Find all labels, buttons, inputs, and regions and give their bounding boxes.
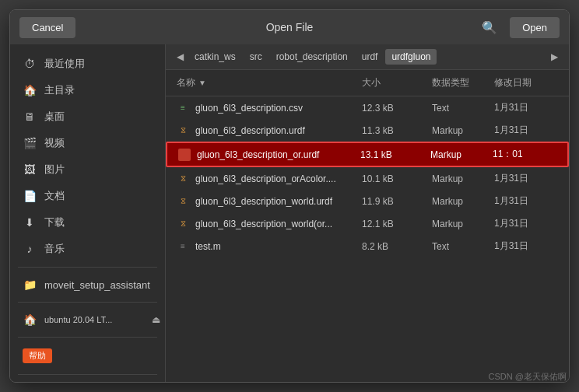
cancel-button[interactable]: Cancel	[19, 17, 75, 38]
sidebar-item-recent[interactable]: ⏱ 最近使用	[10, 51, 165, 77]
open-file-dialog: Cancel Open File 🔍 Open ⏱ 最近使用 🏠 主目录 🖥 桌…	[9, 9, 570, 383]
file-name-cell: ⧖ gluon_6l3_description.urdf	[174, 121, 359, 140]
table-row[interactable]: ⧖ gluon_6l3_description_world(or... 12.1…	[166, 212, 569, 235]
file-type-cell: Markup	[429, 215, 491, 233]
sidebar-divider-4	[18, 374, 157, 375]
sidebar-item-home[interactable]: 🏠 主目录	[10, 77, 165, 103]
file-name-cell: ⧖ gluon_6l3_description_orAcolor....	[174, 170, 359, 188]
titlebar: Cancel Open File 🔍 Open	[10, 10, 569, 44]
sidebar-item-label: 图片	[44, 163, 65, 177]
sidebar-item-pictures[interactable]: 🖼 图片	[10, 156, 165, 183]
breadcrumb-robot-description[interactable]: robot_description	[270, 49, 354, 65]
download-icon: ⬇	[23, 216, 37, 229]
sidebar-item-videos[interactable]: 🎬 视频	[10, 130, 165, 156]
sidebar-item-desktop[interactable]: 🖥 桌面	[10, 103, 165, 130]
file-date-cell: 1月31日	[491, 98, 561, 117]
file-icon: ⧖	[177, 124, 189, 137]
file-list-header: 名称 ▼ 大小 数据类型 修改日期	[166, 70, 569, 96]
file-size-cell: 12.3 kB	[359, 100, 429, 117]
breadcrumb-bar: ◀ catkin_ws src robot_description urdf u…	[166, 44, 569, 70]
file-size-cell: 8.2 kB	[359, 238, 429, 255]
sidebar-item-label: 最近使用	[44, 57, 85, 71]
file-name-cell: ⧖ gluon_6l3_description_world(or...	[174, 215, 359, 233]
recent-icon: ⏱	[23, 58, 37, 70]
breadcrumb-forward[interactable]: ▶	[548, 50, 561, 64]
table-row[interactable]: ≡ gluon_6l3_description.csv 12.3 kB Text…	[166, 96, 569, 119]
desktop-icon: 🖥	[23, 110, 37, 123]
dialog-body: ⏱ 最近使用 🏠 主目录 🖥 桌面 🎬 视频 🖼 图片 📄 文档	[10, 44, 569, 382]
sidebar-divider-2	[18, 302, 157, 303]
file-icon	[178, 149, 191, 161]
file-type-cell: Markup	[429, 193, 491, 210]
document-icon: 📄	[23, 190, 37, 202]
sidebar-item-documents[interactable]: 📄 文档	[10, 183, 165, 209]
col-name[interactable]: 名称 ▼	[174, 73, 359, 93]
file-list: ≡ gluon_6l3_description.csv 12.3 kB Text…	[166, 96, 569, 382]
sidebar-item-other[interactable]: ＋ 其他位置	[10, 380, 165, 382]
breadcrumb-urdf[interactable]: urdf	[356, 49, 384, 65]
sidebar-item-music[interactable]: ♪ 音乐	[10, 236, 165, 262]
file-type-cell: Text	[429, 238, 491, 255]
search-button[interactable]: 🔍	[475, 17, 504, 38]
file-name-cell: gluon_6l3_description_or.urdf	[175, 145, 357, 164]
sidebar: ⏱ 最近使用 🏠 主目录 🖥 桌面 🎬 视频 🖼 图片 📄 文档	[10, 44, 166, 382]
table-row[interactable]: ≡ test.m 8.2 kB Text 1月31日	[166, 235, 569, 257]
file-icon: ≡	[177, 102, 189, 114]
eject-button[interactable]: ⏏	[152, 314, 160, 325]
file-name-cell: ≡ gluon_6l3_description.csv	[174, 99, 359, 117]
file-size-cell: 10.1 kB	[359, 170, 429, 187]
file-date-cell: 1月31日	[491, 121, 561, 140]
sidebar-item-moveit[interactable]: 📁 moveit_setup_assistant	[10, 272, 165, 297]
file-icon: ⧖	[177, 173, 189, 185]
sidebar-item-label: 文档	[44, 189, 65, 203]
breadcrumb-catkin-ws[interactable]: catkin_ws	[188, 49, 242, 65]
file-date-cell: 1月31日	[491, 191, 561, 211]
file-name-cell: ⧖ gluon_6l3_description_world.urdf	[174, 192, 359, 211]
col-type[interactable]: 数据类型	[429, 73, 491, 93]
file-name-cell: ≡ test.m	[174, 237, 359, 256]
col-size[interactable]: 大小	[359, 73, 429, 93]
sidebar-item-downloads[interactable]: ⬇ 下载	[10, 209, 165, 236]
sidebar-item-label: 视频	[44, 136, 65, 150]
open-button[interactable]: Open	[510, 17, 560, 38]
sidebar-item-label: 桌面	[44, 110, 65, 124]
watermark: CSDN @老天保佑啊	[489, 371, 567, 383]
col-date[interactable]: 修改日期	[491, 73, 561, 93]
sort-arrow-icon: ▼	[198, 79, 206, 87]
file-size-cell: 12.1 kB	[359, 215, 429, 233]
file-size-cell: 11.3 kB	[359, 122, 429, 139]
sidebar-item-label: 主目录	[44, 83, 75, 97]
titlebar-left: Cancel	[19, 17, 75, 38]
file-icon: ⧖	[177, 218, 189, 230]
folder-icon: 📁	[23, 278, 37, 291]
sidebar-item-help[interactable]: 帮助	[10, 342, 165, 369]
file-icon: ≡	[177, 240, 189, 253]
file-date-cell: 1月31日	[491, 214, 561, 233]
breadcrumb-back[interactable]: ◀	[174, 50, 187, 64]
file-size-cell: 13.1 kB	[357, 146, 427, 163]
table-row-selected[interactable]: gluon_6l3_description_or.urdf 13.1 kB Ma…	[166, 142, 569, 167]
help-badge: 帮助	[23, 348, 52, 363]
ubuntu-label: ubuntu 20.04 LT...	[44, 315, 112, 324]
sidebar-item-label: moveit_setup_assistant	[44, 279, 150, 291]
video-icon: 🎬	[23, 137, 37, 149]
table-row[interactable]: ⧖ gluon_6l3_description_world.urdf 11.9 …	[166, 190, 569, 212]
file-date-cell: 1月31日	[491, 236, 561, 256]
home-icon: 🏠	[23, 84, 37, 96]
file-type-cell: Markup	[429, 170, 491, 187]
sidebar-item-ubuntu[interactable]: 🏠 ubuntu 20.04 LT... ⏏	[10, 307, 165, 332]
titlebar-right: 🔍 Open	[475, 17, 560, 38]
file-type-cell: Text	[429, 100, 491, 117]
file-date-cell: 1月31日	[491, 169, 561, 188]
file-size-cell: 11.9 kB	[359, 193, 429, 210]
sidebar-divider-3	[18, 337, 157, 338]
table-row[interactable]: ⧖ gluon_6l3_description_orAcolor.... 10.…	[166, 167, 569, 190]
music-icon: ♪	[23, 243, 37, 255]
file-type-cell: Markup	[429, 122, 491, 139]
file-type-cell: Markup	[427, 146, 490, 163]
breadcrumb-src[interactable]: src	[244, 49, 268, 65]
table-row[interactable]: ⧖ gluon_6l3_description.urdf 11.3 kB Mar…	[166, 119, 569, 142]
sidebar-item-label: 音乐	[44, 242, 65, 256]
breadcrumb-urdfgluon[interactable]: urdfgluon	[385, 49, 437, 65]
main-area: ◀ catkin_ws src robot_description urdf u…	[166, 44, 569, 382]
